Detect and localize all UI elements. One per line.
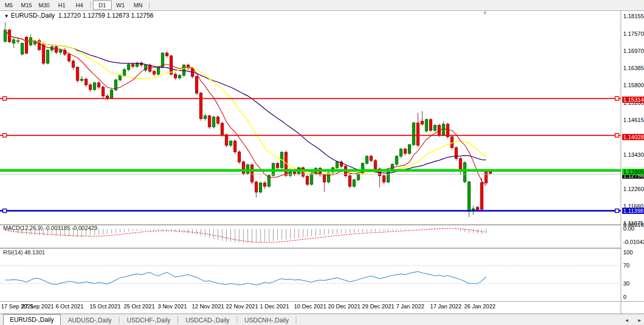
candle-bearish <box>255 182 257 192</box>
candle-bullish <box>468 182 470 211</box>
price-axis-label: 1.13430 <box>623 152 644 158</box>
candle-bullish <box>442 124 445 134</box>
candle-bearish <box>404 149 406 153</box>
ma-fast-line <box>5 30 486 186</box>
candle-bearish <box>76 67 79 80</box>
candle-bullish <box>183 65 185 75</box>
candle-bearish <box>476 207 479 210</box>
candle-bearish <box>459 158 462 170</box>
last-bar-marker-icon: ▼ <box>483 10 487 16</box>
line-handle[interactable] <box>3 209 7 212</box>
candle-bearish <box>25 37 28 53</box>
candle-bearish <box>349 175 351 186</box>
candle-bullish <box>229 141 232 145</box>
tab-usdcnh-daily[interactable]: USDCNH-,Daily <box>237 315 296 325</box>
date-axis-label: 27 Sep 2021 <box>22 303 54 309</box>
price-badge: 1.11398 <box>622 208 644 214</box>
candle-bearish <box>132 64 134 66</box>
candle-bullish <box>123 70 126 75</box>
tab-eurusd-daily[interactable]: EURUSD-,Daily <box>3 314 61 325</box>
candle-bearish <box>451 137 454 147</box>
candle-bearish <box>382 175 385 182</box>
tab-usdchf-daily[interactable]: USDCHF-,Daily <box>119 315 177 325</box>
chart-tab-bar: EURUSD-,DailyAUDUSD-,DailyUSDCHF-,DailyU… <box>0 314 644 325</box>
line-handle[interactable] <box>615 209 619 212</box>
candle-bearish <box>208 116 211 127</box>
date-axis[interactable]: 17 Sep 202127 Sep 20216 Oct 202115 Oct 2… <box>0 303 621 311</box>
date-axis-border <box>0 301 644 302</box>
candle-bearish <box>42 44 45 63</box>
candle-bearish <box>221 123 224 134</box>
candle-bearish <box>485 171 487 183</box>
candle-bullish <box>21 43 23 54</box>
line-handle[interactable] <box>3 97 7 100</box>
tab-audusd-daily[interactable]: AUDUSD-,Daily <box>61 315 119 325</box>
price-axis[interactable]: 1.181551.175701.169701.163851.158001.152… <box>622 10 644 314</box>
chart-symbol-label: EURUSD-,Daily <box>11 12 55 19</box>
price-axis-label: 1.15800 <box>623 82 644 88</box>
candle-bullish <box>472 209 475 210</box>
date-axis-label: 20 Dec 2021 <box>328 303 360 309</box>
candle-bullish <box>179 75 181 78</box>
candle-bearish <box>225 134 228 145</box>
date-axis-label: 17 Jan 2022 <box>430 303 462 309</box>
rsi-line <box>5 272 486 285</box>
date-axis-label: 26 Jan 2022 <box>464 303 496 309</box>
price-axis-label: -0.01043 <box>623 239 644 245</box>
price-axis-label: 100 <box>623 249 633 255</box>
scroll-left-button[interactable]: ◄ <box>624 318 629 323</box>
line-handle[interactable] <box>3 133 7 137</box>
scroll-right-button[interactable]: ► <box>637 318 642 323</box>
candle-bullish <box>395 156 398 164</box>
candle-bearish <box>417 123 419 145</box>
price-axis-label: 0.00 <box>623 225 634 232</box>
line-handle[interactable] <box>615 97 619 100</box>
panel-separator-rsi[interactable] <box>0 248 621 249</box>
trading-app-window: M5M15M30H1H4D1W1MN ▼EURUSD-,Daily 1.1272… <box>0 0 644 325</box>
candle-bullish <box>391 164 394 169</box>
candle-bullish <box>80 79 83 80</box>
candle-bearish <box>276 164 279 168</box>
candle-bullish <box>310 173 313 184</box>
chart-canvas[interactable] <box>0 0 644 325</box>
tab-usdcad-daily[interactable]: USDCAD-,Daily <box>178 315 237 325</box>
candle-bullish <box>47 50 49 63</box>
date-axis-label: 1 Dec 2021 <box>260 303 289 309</box>
candle-bullish <box>425 119 428 131</box>
candle-bearish <box>421 121 423 125</box>
rsi-indicator-label: RSI(14) 48.1301 <box>3 249 45 255</box>
price-axis-label: 1.14615 <box>623 117 644 123</box>
candle-bearish <box>264 183 266 186</box>
candle-bearish <box>430 119 432 130</box>
candle-bullish <box>12 40 15 44</box>
candle-bearish <box>217 117 220 123</box>
price-badge: 1.15314 <box>622 97 644 103</box>
line-handle[interactable] <box>615 133 619 137</box>
candle-bearish <box>374 160 377 169</box>
date-axis-label: 25 Oct 2021 <box>124 303 155 309</box>
date-axis-label: 3 Nov 2021 <box>158 303 187 309</box>
date-axis-label: 7 Jan 2022 <box>396 303 424 309</box>
symbol-marker-icon: ▼ <box>4 13 9 19</box>
date-axis-label: 29 Dec 2021 <box>362 303 394 309</box>
price-axis-label: 1.16385 <box>623 65 644 71</box>
candle-bearish <box>89 85 92 89</box>
candle-bullish <box>434 125 436 130</box>
candle-bearish <box>174 74 177 78</box>
candle-bullish <box>161 53 164 67</box>
candle-bearish <box>170 56 172 74</box>
candle-bearish <box>455 147 458 158</box>
price-axis-label: 70 <box>623 262 629 268</box>
candle-bullish <box>17 40 19 42</box>
candle-bullish <box>408 145 411 154</box>
candle-bullish <box>463 162 466 182</box>
candle-bearish <box>251 165 253 182</box>
candle-bullish <box>400 149 402 156</box>
price-axis-label: 30 <box>623 280 629 287</box>
candle-bearish <box>102 87 104 96</box>
chart-title: ▼EURUSD-,Daily 1.12720 1.12759 1.12673 1… <box>4 12 154 19</box>
price-axis-label: 1.12260 <box>623 186 644 192</box>
candle-bullish <box>353 180 355 186</box>
ma-mid-line <box>5 30 486 174</box>
candle-bearish <box>238 152 241 162</box>
